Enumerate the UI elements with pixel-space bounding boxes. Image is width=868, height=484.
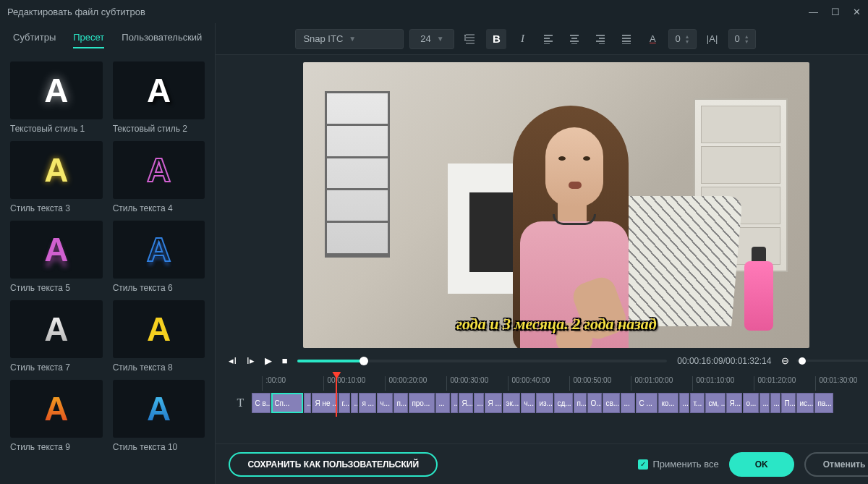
subtitle-clip[interactable]: про... bbox=[409, 393, 435, 413]
subtitle-clip[interactable]: эк... bbox=[503, 393, 520, 413]
titlebar: Редактировать файл субтитров — ☐ ✕ bbox=[0, 0, 868, 23]
subtitle-clip[interactable]: ч... bbox=[521, 393, 535, 413]
minimize-button[interactable]: — bbox=[809, 7, 818, 17]
subtitle-clip[interactable]: па... bbox=[814, 393, 833, 413]
preset-label: Стиль текста 3 bbox=[10, 203, 103, 213]
letter-width-input[interactable]: 0 ▲▼ bbox=[728, 29, 756, 49]
subtitle-clip[interactable]: П... bbox=[781, 393, 796, 413]
ruler-tick: 00:01:20:00 bbox=[754, 376, 815, 391]
bottom-bar: СОХРАНИТЬ КАК ПОЛЬЗОВАТЕЛЬСКИЙ ✓ Примени… bbox=[216, 443, 868, 484]
bold-button[interactable]: B bbox=[486, 29, 506, 49]
subtitle-clip[interactable]: Я... bbox=[459, 393, 473, 413]
subtitle-clip[interactable]: ис... bbox=[796, 393, 814, 413]
tab-subtitles[interactable]: Субтитры bbox=[13, 32, 56, 48]
subtitle-clip[interactable]: п... bbox=[574, 393, 587, 413]
subtitle-clip[interactable]: ... bbox=[679, 393, 689, 413]
letter-width-button[interactable]: |A| bbox=[702, 29, 723, 49]
subtitle-clip[interactable]: Я не ... bbox=[312, 393, 338, 413]
subtitle-clip[interactable]: из... bbox=[536, 393, 553, 413]
align-justify-button[interactable] bbox=[616, 29, 637, 49]
zoom-slider[interactable] bbox=[796, 360, 868, 362]
prev-frame-button[interactable]: ◂I bbox=[229, 355, 237, 366]
cancel-button[interactable]: Отменить bbox=[804, 452, 868, 477]
close-button[interactable]: ✕ bbox=[853, 7, 861, 17]
playhead[interactable] bbox=[336, 373, 337, 417]
subtitle-clip[interactable]: г... bbox=[339, 393, 350, 413]
timeline: :00:0000:00:10:0000:00:20:0000:00:30:000… bbox=[226, 373, 868, 415]
preset-label: Стиль текста 8 bbox=[113, 362, 205, 373]
timecode: 00:00:16:09/00:01:32:14 bbox=[677, 356, 771, 366]
subtitle-track[interactable]: С в...Сп......Я не ...г......я ...ч...п.… bbox=[252, 393, 868, 413]
subtitle-clip[interactable]: ... bbox=[474, 393, 484, 413]
preset-item[interactable]: AСтиль текста 3 bbox=[10, 141, 103, 213]
text-track-icon: T bbox=[229, 396, 252, 409]
align-center-button[interactable] bbox=[564, 29, 584, 49]
align-left-button[interactable] bbox=[538, 29, 558, 49]
size-value: 24 bbox=[420, 33, 430, 44]
font-select[interactable]: Snap ITC ▼ bbox=[295, 29, 404, 49]
spinner-arrows-icon[interactable]: ▲▼ bbox=[685, 34, 690, 44]
subtitle-clip[interactable]: сд... bbox=[554, 393, 573, 413]
subtitle-overlay: года и 3 месяца. 2 года назад bbox=[303, 315, 809, 334]
preset-item[interactable]: AСтиль текста 9 bbox=[10, 380, 103, 452]
video-preview[interactable]: года и 3 месяца. 2 года назад bbox=[303, 62, 809, 348]
subtitle-text: года и 3 месяца. 2 года назад bbox=[456, 315, 657, 333]
letter-width-value: 0 bbox=[735, 33, 740, 44]
subtitle-clip[interactable]: С в... bbox=[252, 393, 271, 413]
tab-preset[interactable]: Пресет bbox=[73, 32, 104, 48]
subtitle-clip[interactable]: ... bbox=[621, 393, 635, 413]
preset-item[interactable]: AСтиль текста 8 bbox=[113, 300, 205, 373]
timeline-ruler[interactable]: :00:0000:00:10:0000:00:20:0000:00:30:000… bbox=[262, 376, 868, 391]
subtitle-clip[interactable]: ко... bbox=[658, 393, 678, 413]
subtitle-clip[interactable]: св... bbox=[603, 393, 620, 413]
line-height-button[interactable] bbox=[460, 29, 480, 49]
tab-custom[interactable]: Пользовательский bbox=[122, 32, 202, 48]
preset-item[interactable]: AСтиль текста 7 bbox=[10, 300, 103, 373]
subtitle-clip[interactable]: п... bbox=[393, 393, 408, 413]
subtitle-clip[interactable]: о... bbox=[743, 393, 759, 413]
preset-item[interactable]: AТекстовый стиль 1 bbox=[10, 61, 103, 134]
subtitle-clip[interactable]: ч... bbox=[377, 393, 393, 413]
subtitle-clip[interactable]: Я ... bbox=[485, 393, 502, 413]
preset-item[interactable]: AТекстовый стиль 2 bbox=[113, 61, 205, 134]
align-right-button[interactable] bbox=[590, 29, 610, 49]
subtitle-clip[interactable]: см, ... bbox=[705, 393, 726, 413]
preset-item[interactable]: AСтиль текста 6 bbox=[113, 221, 205, 293]
subtitle-clip[interactable]: ... bbox=[760, 393, 770, 413]
subtitle-clip[interactable]: ... bbox=[304, 393, 311, 413]
ruler-tick: 00:00:20:00 bbox=[385, 376, 446, 391]
next-frame-button[interactable]: I▸ bbox=[247, 355, 255, 366]
subtitle-clip[interactable]: ... bbox=[451, 393, 458, 413]
preset-grid: AТекстовый стиль 1AТекстовый стиль 2AСти… bbox=[0, 54, 215, 459]
preset-item[interactable]: AСтиль текста 10 bbox=[113, 380, 205, 452]
play-button[interactable]: ▶ bbox=[265, 355, 272, 366]
size-select[interactable]: 24 ▼ bbox=[409, 29, 454, 49]
apply-all-checkbox[interactable]: ✓ Применить все bbox=[638, 459, 718, 470]
char-spacing-input[interactable]: 0 ▲▼ bbox=[668, 29, 696, 49]
subtitle-clip[interactable]: я ... bbox=[359, 393, 376, 413]
subtitle-clip[interactable]: т... bbox=[690, 393, 705, 413]
preset-item[interactable]: AСтиль текста 5 bbox=[10, 221, 103, 293]
stop-button[interactable]: ■ bbox=[282, 355, 288, 366]
ok-button[interactable]: OK bbox=[729, 452, 794, 477]
maximize-button[interactable]: ☐ bbox=[831, 7, 840, 17]
preset-item[interactable]: AСтиль текста 4 bbox=[113, 141, 205, 213]
editor-panel: Snap ITC ▼ 24 ▼ B I A 0 ▲▼ |A| 0 ▲▼ bbox=[216, 23, 868, 484]
subtitle-clip[interactable]: О... bbox=[587, 393, 602, 413]
ruler-tick: 00:00:50:00 bbox=[569, 376, 631, 391]
text-color-button[interactable]: A bbox=[642, 29, 663, 49]
subtitle-clip[interactable]: ... bbox=[435, 393, 450, 413]
zoom-out-button[interactable]: ⊖ bbox=[781, 355, 789, 366]
subtitle-clip[interactable]: С ... bbox=[636, 393, 658, 413]
italic-button[interactable]: I bbox=[512, 29, 532, 49]
subtitle-clip[interactable]: ... bbox=[770, 393, 780, 413]
sidebar-tabs: Субтитры Пресет Пользовательский bbox=[0, 23, 215, 54]
progress-bar[interactable] bbox=[297, 360, 667, 362]
preset-label: Стиль текста 4 bbox=[113, 203, 205, 213]
subtitle-clip[interactable]: Сп... bbox=[271, 393, 303, 413]
subtitle-clip[interactable]: Я... bbox=[726, 393, 742, 413]
chevron-down-icon: ▼ bbox=[437, 35, 444, 43]
spinner-arrows-icon[interactable]: ▲▼ bbox=[744, 34, 749, 44]
subtitle-clip[interactable]: ... bbox=[351, 393, 358, 413]
save-as-custom-button[interactable]: СОХРАНИТЬ КАК ПОЛЬЗОВАТЕЛЬСКИЙ bbox=[229, 452, 438, 477]
